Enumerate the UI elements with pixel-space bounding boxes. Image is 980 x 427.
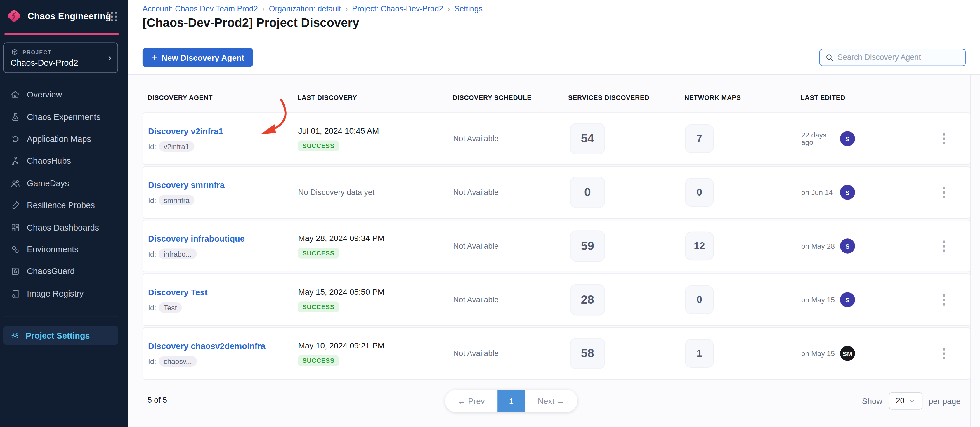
agent-id: Id:Test bbox=[148, 302, 298, 313]
avatar[interactable]: S bbox=[840, 185, 855, 200]
status-badge: SUCCESS bbox=[298, 355, 339, 366]
new-discovery-agent-button[interactable]: + New Discovery Agent bbox=[143, 48, 253, 67]
network-maps-count: 0 bbox=[685, 286, 714, 314]
project-selector[interactable]: PROJECT Chaos-Dev-Prod2 › bbox=[3, 42, 118, 73]
discovery-agent-link[interactable]: Discovery v2infra1 bbox=[148, 127, 223, 136]
last-discovery-cell: No Discovery data yet bbox=[298, 188, 453, 197]
last-edited-text: on May 15 bbox=[801, 296, 840, 303]
pagination-summary: 5 of 5 bbox=[148, 396, 167, 405]
probe-icon bbox=[10, 200, 21, 210]
discovery-schedule-cell: Not Available bbox=[453, 134, 569, 143]
network-maps-cell: 12 bbox=[685, 232, 801, 260]
last-discovery-cell: May 10, 2024 09:21 PM SUCCESS bbox=[298, 341, 453, 366]
plus-icon: + bbox=[151, 52, 157, 62]
services-discovered-cell: 54 bbox=[569, 123, 685, 154]
sidebar-item-label: Project Settings bbox=[26, 331, 90, 340]
last-discovery-cell: May 28, 2024 09:34 PM SUCCESS bbox=[298, 233, 453, 259]
agent-id: Id:chaosv... bbox=[148, 356, 298, 367]
last-discovery-cell: Jul 01, 2024 10:45 AM SUCCESS bbox=[298, 126, 453, 151]
current-page-button[interactable]: 1 bbox=[498, 390, 525, 412]
discovery-agent-link[interactable]: Discovery chaosv2demoinfra bbox=[148, 341, 265, 351]
sidebar-item-label: Chaos Experiments bbox=[27, 112, 100, 121]
discovery-agent-link[interactable]: Discovery smrinfra bbox=[148, 180, 224, 190]
pagination-pill: ← Prev 1 Next → bbox=[445, 390, 578, 412]
sidebar: Chaos Engineering PROJECT Chaos-Dev-Prod… bbox=[0, 0, 128, 427]
sidebar-item-chaosguard[interactable]: ChaosGuard bbox=[0, 260, 128, 283]
row-menu-button[interactable] bbox=[940, 238, 948, 254]
services-count: 59 bbox=[570, 230, 605, 262]
sidebar-item-resilience-probes[interactable]: Resilience Probes bbox=[0, 194, 128, 216]
sidebar-item-project-settings[interactable]: Project Settings bbox=[3, 326, 118, 345]
sidebar-item-label: Resilience Probes bbox=[27, 200, 95, 210]
env-icon bbox=[10, 244, 21, 254]
brand-header: Chaos Engineering bbox=[0, 0, 128, 33]
topbar: Account: Chaos Dev Team Prod2›Organizati… bbox=[128, 0, 980, 75]
breadcrumb-item[interactable]: Project: Chaos-Dev-Prod2 bbox=[352, 5, 443, 13]
page-size-select[interactable]: 20 bbox=[889, 392, 923, 410]
dash-icon bbox=[10, 222, 21, 233]
discovery-agent-link[interactable]: Discovery Test bbox=[148, 288, 207, 297]
network-maps-count: 0 bbox=[685, 178, 714, 206]
page-title: [Chaos-Dev-Prod2] Project Discovery bbox=[143, 16, 359, 30]
table-row: Discovery v2infra1 Id:v2infra1 Jul 01, 2… bbox=[143, 113, 970, 165]
table-row: Discovery chaosv2demoinfra Id:chaosv... … bbox=[143, 327, 970, 380]
agent-id: Id:smrinfra bbox=[148, 195, 298, 205]
agent-cell: Discovery infraboutique Id:infrabo... bbox=[143, 233, 298, 259]
last-edited-text: 22 days ago bbox=[801, 131, 840, 146]
avatar[interactable]: S bbox=[840, 238, 855, 253]
sidebar-item-gamedays[interactable]: GameDays bbox=[0, 172, 128, 194]
sidebar-nav: Overview Chaos Experiments Application M… bbox=[0, 84, 128, 305]
avatar[interactable]: S bbox=[840, 292, 855, 307]
search-input[interactable] bbox=[837, 53, 960, 62]
main-content: Account: Chaos Dev Team Prod2›Organizati… bbox=[128, 0, 980, 427]
prev-page-button[interactable]: ← Prev bbox=[445, 396, 498, 406]
breadcrumb-item[interactable]: Account: Chaos Dev Team Prod2 bbox=[143, 5, 258, 13]
last-edited-text: on Jun 14 bbox=[801, 189, 840, 196]
network-maps-cell: 0 bbox=[685, 178, 801, 206]
hub-icon bbox=[10, 156, 21, 167]
row-menu-button[interactable] bbox=[940, 131, 948, 147]
sidebar-item-label: Application Maps bbox=[27, 134, 91, 144]
sidebar-item-overview[interactable]: Overview bbox=[0, 84, 128, 106]
sidebar-item-chaoshubs[interactable]: ChaosHubs bbox=[0, 150, 128, 172]
network-maps-count: 7 bbox=[685, 124, 714, 153]
services-discovered-cell: 0 bbox=[569, 177, 685, 208]
services-discovered-cell: 28 bbox=[569, 284, 685, 316]
discovery-agent-link[interactable]: Discovery infraboutique bbox=[148, 234, 245, 243]
sidebar-item-image-registry[interactable]: Image Registry bbox=[0, 283, 128, 305]
row-menu-button[interactable] bbox=[940, 292, 948, 308]
breadcrumb-item[interactable]: Organization: default bbox=[269, 5, 341, 13]
sidebar-item-environments[interactable]: Environments bbox=[0, 238, 128, 260]
discovery-schedule-cell: Not Available bbox=[453, 349, 569, 358]
chaos-engineering-app: Chaos Engineering PROJECT Chaos-Dev-Prod… bbox=[0, 0, 980, 427]
module-grid-icon[interactable] bbox=[107, 12, 118, 21]
column-header-network-maps: NETWORK MAPS bbox=[684, 94, 801, 101]
next-page-button[interactable]: Next → bbox=[525, 396, 578, 406]
column-header-last-discovery: LAST DISCOVERY bbox=[298, 94, 452, 101]
breadcrumb-separator: › bbox=[345, 5, 348, 13]
sidebar-item-application-maps[interactable]: Application Maps bbox=[0, 128, 128, 150]
last-discovery-cell: May 15, 2024 05:50 PM SUCCESS bbox=[298, 287, 453, 312]
breadcrumb-item[interactable]: Settings bbox=[454, 5, 482, 13]
sidebar-item-label: Chaos Dashboards bbox=[27, 223, 99, 232]
last-discovery-date: May 15, 2024 05:50 PM bbox=[298, 287, 453, 297]
agent-cell: Discovery chaosv2demoinfra Id:chaosv... bbox=[143, 340, 298, 367]
services-count: 54 bbox=[570, 123, 605, 154]
network-maps-cell: 1 bbox=[685, 339, 801, 368]
status-badge: SUCCESS bbox=[298, 140, 339, 151]
status-badge: SUCCESS bbox=[298, 302, 339, 312]
agent-cell: Discovery v2infra1 Id:v2infra1 bbox=[143, 125, 298, 152]
table-row: Discovery Test Id:Test May 15, 2024 05:5… bbox=[143, 273, 970, 326]
project-name: Chaos-Dev-Prod2 bbox=[11, 58, 78, 67]
sidebar-item-chaos-experiments[interactable]: Chaos Experiments bbox=[0, 106, 128, 128]
sidebar-item-chaos-dashboards[interactable]: Chaos Dashboards bbox=[0, 216, 128, 238]
table-rows: Discovery v2infra1 Id:v2infra1 Jul 01, 2… bbox=[143, 113, 970, 381]
discovery-schedule-cell: Not Available bbox=[453, 188, 569, 197]
row-menu-button[interactable] bbox=[940, 184, 948, 200]
avatar[interactable]: S bbox=[840, 131, 855, 146]
avatar[interactable]: SM bbox=[840, 346, 855, 361]
status-badge: SUCCESS bbox=[298, 248, 339, 258]
table-row: Discovery infraboutique Id:infrabo... Ma… bbox=[143, 220, 970, 272]
search-icon bbox=[825, 53, 834, 62]
row-menu-button[interactable] bbox=[940, 346, 948, 362]
